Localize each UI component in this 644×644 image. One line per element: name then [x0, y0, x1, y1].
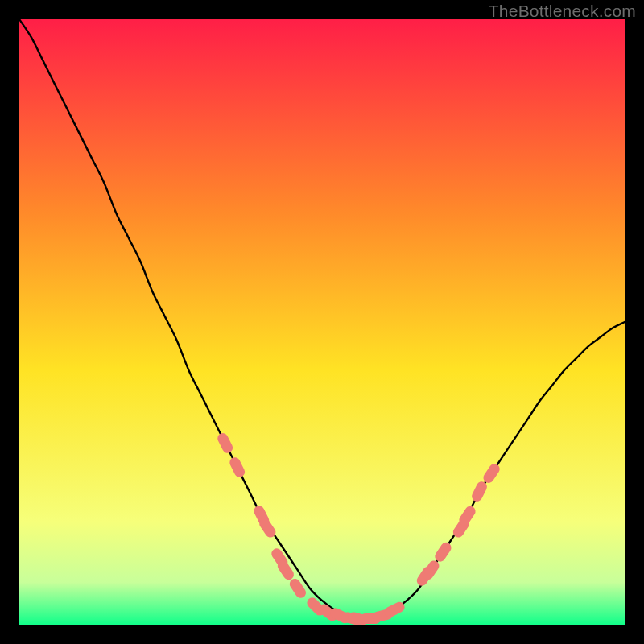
chart-svg — [19, 19, 625, 625]
watermark-text: TheBottleneck.com — [489, 2, 636, 21]
chart-plot-area — [19, 19, 625, 625]
chart-background-gradient — [19, 19, 625, 625]
chart-frame: TheBottleneck.com — [0, 0, 644, 644]
